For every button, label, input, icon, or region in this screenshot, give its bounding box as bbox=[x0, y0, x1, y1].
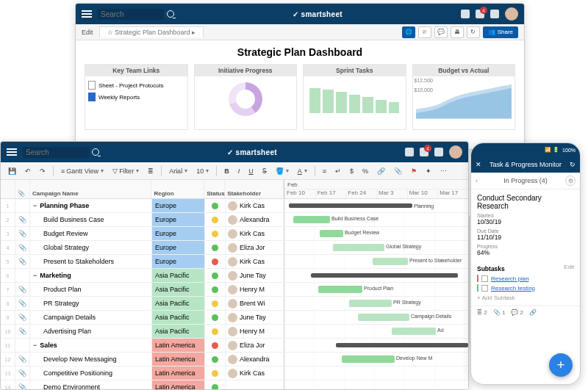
attach-cell[interactable]: 📎 bbox=[15, 283, 30, 296]
stakeholder-cell[interactable]: Alexandra bbox=[226, 213, 284, 226]
checkbox-icon[interactable] bbox=[481, 285, 488, 292]
status-cell[interactable] bbox=[205, 366, 226, 380]
undo-icon[interactable]: ↶ bbox=[22, 166, 34, 176]
gantt-cell[interactable]: PR Strategy bbox=[284, 297, 468, 310]
subtask-row[interactable]: Research testing bbox=[477, 284, 574, 292]
chat-button[interactable]: 💬 bbox=[434, 26, 448, 38]
globe-button[interactable]: 🌐 bbox=[402, 26, 415, 38]
status-cell[interactable] bbox=[205, 353, 226, 366]
gantt-cell[interactable] bbox=[284, 269, 468, 282]
attach-cell[interactable]: 📎 bbox=[15, 366, 30, 380]
region-cell[interactable]: Latin America bbox=[152, 380, 205, 390]
table-row[interactable]: 11−SalesLatin AmericaEliza Jor bbox=[1, 339, 468, 353]
phone-tab[interactable]: ‹ In Progress (4) ⚙ bbox=[471, 173, 580, 189]
table-row[interactable]: 7📎Product PlanAsia PacificHenry MProduct… bbox=[1, 283, 468, 297]
region-cell[interactable]: Latin America bbox=[152, 339, 205, 352]
refresh-icon[interactable]: ↻ bbox=[570, 161, 576, 168]
link-icon[interactable]: 🔗 bbox=[374, 166, 388, 176]
search-input[interactable] bbox=[98, 9, 164, 20]
edit-link[interactable]: Edit bbox=[82, 29, 93, 36]
underline-icon[interactable]: U bbox=[245, 166, 257, 176]
gantt-cell[interactable]: Develop New M bbox=[284, 353, 468, 366]
gantt-cell[interactable]: Campaign Details bbox=[284, 311, 468, 324]
table-row[interactable]: 14📎Demo EnvironmentLatin America bbox=[1, 380, 468, 390]
gantt-bar[interactable]: Develop New M bbox=[342, 355, 395, 363]
tab-dashboard[interactable]: ☆ Strategic Plan Dashboard ▸ bbox=[99, 26, 204, 37]
redo-icon[interactable]: ↷ bbox=[37, 166, 49, 176]
strike-icon[interactable]: S̶ bbox=[259, 166, 270, 176]
status-cell[interactable] bbox=[205, 213, 226, 226]
chevron-left-icon[interactable]: ‹ bbox=[476, 177, 478, 184]
status-cell[interactable] bbox=[205, 311, 226, 324]
collapse-icon[interactable]: − bbox=[33, 342, 37, 349]
apps-icon[interactable] bbox=[490, 10, 499, 18]
gantt-bar[interactable]: Present to Stakeholder bbox=[373, 258, 408, 265]
table-row[interactable]: 4📎Global StrategyEuropeEliza JorGlobal S… bbox=[1, 241, 468, 255]
edit-link[interactable]: Edit bbox=[564, 264, 574, 270]
table-row[interactable]: 12📎Develop New MessagingLatin AmericaAle… bbox=[1, 353, 468, 366]
table-row[interactable]: 1−Planning PhaseEuropeKirk CasPlanning bbox=[1, 199, 468, 213]
gear-icon[interactable]: ⚙ bbox=[565, 176, 576, 186]
close-icon[interactable]: ✕ bbox=[476, 161, 481, 168]
overflow-icon[interactable]: ⋯ bbox=[437, 166, 450, 176]
comment-icon[interactable]: 💬 2 bbox=[511, 309, 523, 316]
name-cell[interactable]: Budget Review bbox=[30, 227, 152, 240]
region-cell[interactable]: Asia Pacific bbox=[152, 283, 205, 296]
attach-cell[interactable]: 📎 bbox=[15, 255, 30, 268]
globe-icon[interactable] bbox=[461, 10, 470, 18]
attach-cell[interactable]: 📎 bbox=[15, 297, 30, 310]
gantt-bar[interactable]: Campaign Details bbox=[358, 314, 409, 321]
gantt-bar[interactable]: Planning bbox=[289, 203, 412, 208]
stakeholder-cell[interactable]: June Tay bbox=[226, 269, 284, 282]
subtask-row[interactable]: Research plan bbox=[477, 275, 574, 282]
name-cell[interactable]: Present to Stakeholders bbox=[30, 255, 152, 268]
name-cell[interactable]: Advertising Plan bbox=[30, 325, 152, 338]
attach-cell[interactable] bbox=[15, 339, 30, 352]
region-cell[interactable]: Europe bbox=[152, 255, 205, 268]
stakeholder-cell[interactable] bbox=[226, 380, 284, 390]
save-icon[interactable]: 💾 bbox=[5, 166, 19, 176]
name-cell[interactable]: Product Plan bbox=[30, 283, 152, 296]
refresh-button[interactable]: ↻ bbox=[467, 26, 480, 38]
currency-icon[interactable]: $ bbox=[347, 166, 356, 176]
attach-cell[interactable] bbox=[15, 199, 30, 212]
search-box[interactable] bbox=[23, 147, 99, 158]
name-cell[interactable]: Demo Environment bbox=[30, 380, 152, 390]
gantt-bar[interactable]: PR Strategy bbox=[349, 300, 392, 307]
status-cell[interactable] bbox=[205, 241, 226, 254]
name-cell[interactable]: −Planning Phase bbox=[30, 199, 152, 212]
gantt-bar[interactable] bbox=[311, 273, 458, 278]
table-row[interactable]: 8📎PR StrategyAsia PacificBrent WiPR Stra… bbox=[1, 297, 468, 311]
gantt-bar[interactable]: Budget Review bbox=[320, 230, 343, 237]
table-row[interactable]: 2📎Build Business CaseEuropeAlexandraBuil… bbox=[1, 213, 468, 227]
collapse-icon[interactable]: − bbox=[33, 202, 37, 209]
table-row[interactable]: 9📎Campaign DetailsAsia PacificJune TayCa… bbox=[1, 311, 468, 325]
attach-cell[interactable] bbox=[15, 269, 30, 282]
name-cell[interactable]: Global Strategy bbox=[30, 241, 152, 254]
col-status[interactable]: Status bbox=[204, 180, 225, 198]
view-select[interactable]: ≡ Gantt View bbox=[58, 166, 107, 176]
col-name[interactable]: Campaign Name bbox=[30, 180, 152, 198]
region-cell[interactable]: Latin America bbox=[152, 366, 205, 380]
gantt-bar[interactable]: Global Strategy bbox=[333, 244, 384, 251]
gantt-cell[interactable] bbox=[284, 339, 468, 352]
table-row[interactable]: 5📎Present to StakeholdersEuropeKirk CasP… bbox=[1, 255, 468, 269]
stakeholder-cell[interactable]: Eliza Jor bbox=[226, 241, 284, 254]
table-row[interactable]: 6−MarketingAsia PacificJune Tay bbox=[1, 269, 468, 283]
status-cell[interactable] bbox=[205, 297, 226, 310]
status-cell[interactable] bbox=[205, 339, 226, 352]
attach-cell[interactable]: 📎 bbox=[15, 213, 30, 226]
attach-cell[interactable]: 📎 bbox=[15, 241, 30, 254]
gantt-cell[interactable]: Build Business Case bbox=[284, 213, 468, 226]
align-icon[interactable]: ≡ bbox=[320, 166, 329, 176]
gantt-cell[interactable]: Ad bbox=[284, 325, 468, 338]
table-row[interactable]: 10📎Advertising PlanAsia PacificHenry MAd bbox=[1, 325, 468, 339]
menu-icon[interactable] bbox=[7, 148, 17, 156]
stakeholder-cell[interactable]: Eliza Jor bbox=[226, 339, 284, 352]
attach-icon[interactable]: 📎 bbox=[391, 166, 405, 176]
region-cell[interactable]: Europe bbox=[152, 213, 205, 226]
search-icon[interactable] bbox=[167, 10, 174, 18]
checkbox-icon[interactable] bbox=[481, 275, 488, 282]
region-cell[interactable]: Latin America bbox=[152, 353, 205, 366]
menu-icon[interactable] bbox=[82, 10, 92, 18]
